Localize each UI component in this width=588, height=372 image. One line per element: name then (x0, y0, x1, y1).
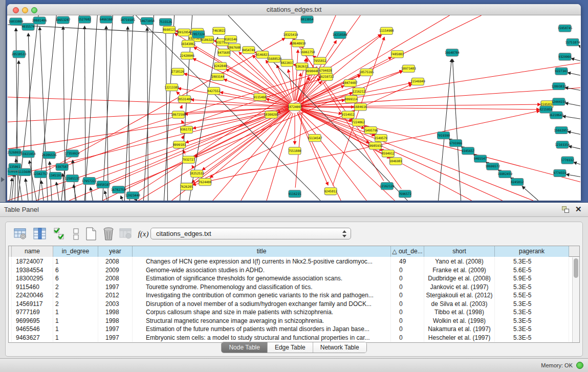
tab-network-table[interactable]: Network Table (313, 342, 366, 353)
network-node[interactable]: 9329966 (558, 53, 572, 60)
cell-title[interactable]: Changes of HCN gene expression and I(f) … (133, 257, 391, 266)
cell-in_degree[interactable]: 1 (53, 325, 98, 334)
network-node[interactable]: 12213383 (164, 83, 179, 91)
vertical-scrollbar[interactable] (572, 257, 579, 342)
network-node[interactable]: 9774559 (553, 169, 567, 177)
column-header-name[interactable]: name (12, 246, 53, 257)
network-node[interactable]: 10653287 (56, 16, 71, 24)
network-node[interactable]: 20691406 (32, 17, 47, 24)
network-node[interactable]: 12103354 (555, 141, 570, 148)
network-node[interactable]: 16782759 (111, 186, 126, 193)
table-row[interactable]: 946554611997Estimation of the future num… (9, 325, 572, 334)
network-node[interactable]: 10719185 (120, 16, 135, 24)
network-node[interactable]: 15692951 (554, 126, 569, 134)
network-node[interactable]: 10474487 (343, 79, 358, 86)
network-node[interactable]: 12444154 (552, 98, 567, 105)
cell-short[interactable]: Dudbridge et al. (2008) (424, 274, 495, 283)
column-header-pagerank[interactable]: pagerank (495, 246, 569, 257)
cell-pagerank[interactable]: 5.9E-5 (495, 274, 569, 283)
network-node[interactable]: 1216212 (353, 88, 366, 95)
select-all-icon[interactable] (52, 226, 67, 242)
cell-in_degree[interactable]: 2 (53, 300, 98, 309)
network-node[interactable]: 11546949 (410, 78, 425, 85)
cell-name[interactable]: 9463627 (12, 334, 53, 342)
network-node[interactable]: 14671958 (140, 17, 155, 25)
table-row[interactable]: 946362711997Embryonic stem cells: a mode… (9, 334, 572, 342)
table-row[interactable]: 1830029562008Estimation of significance … (9, 274, 572, 283)
table-row[interactable]: 1938455462009Genome-wide association stu… (9, 266, 572, 275)
network-node[interactable]: 9361727 (180, 126, 193, 133)
cell-title[interactable]: Structural magnetic resonance image aver… (133, 317, 391, 325)
network-node[interactable]: 20206536 (42, 151, 57, 159)
network-node[interactable]: 20510533 (12, 51, 27, 58)
network-node[interactable]: 9115460 (253, 94, 267, 101)
cell-pagerank[interactable]: 5.3E-5 (495, 257, 569, 266)
show-column-icon[interactable] (32, 226, 48, 242)
cell-year[interactable]: 1998 (98, 317, 133, 325)
network-node[interactable]: 20531404 (177, 96, 192, 103)
network-node[interactable]: 12923448 (125, 192, 140, 199)
network-node[interactable]: 18672590 (171, 111, 186, 118)
network-node[interactable]: 15688520 (267, 55, 282, 62)
cell-year[interactable]: 2008 (98, 274, 133, 283)
network-node[interactable]: 16961758 (300, 49, 315, 56)
collapse-arrow-icon[interactable] (1, 177, 5, 182)
cell-title[interactable]: Investigating the contribution of common… (133, 291, 391, 300)
cell-pagerank[interactable]: 5.3E-5 (495, 283, 569, 292)
cell-in_degree[interactable]: 1 (53, 317, 98, 325)
cell-title[interactable]: Tourette syndrome. Phenomenology and cla… (133, 283, 391, 292)
column-header-in_degree[interactable]: in_degree (53, 246, 98, 257)
table-settings-icon[interactable] (13, 226, 28, 242)
network-node[interactable]: 9345657 (462, 147, 475, 155)
network-node[interactable]: 9242848 (214, 62, 227, 70)
network-node[interactable]: 18724007 (288, 103, 302, 111)
cell-year[interactable]: 2008 (98, 257, 133, 266)
cell-title[interactable]: Disruption of a novel member of a sodium… (133, 300, 391, 309)
network-node[interactable]: 8822037 (280, 59, 294, 67)
cell-year[interactable]: 1997 (98, 325, 133, 334)
column-header-out_de[interactable]: △ out_de... (391, 246, 424, 257)
cell-name[interactable]: 19384554 (12, 266, 53, 275)
network-node[interactable]: 1770332 (561, 157, 574, 164)
unselect-all-icon[interactable] (69, 226, 84, 242)
cell-out_de[interactable]: 0 (391, 266, 424, 275)
network-node[interactable]: 7485083 (391, 51, 404, 58)
close-icon[interactable]: ✕ (575, 205, 582, 214)
network-node[interactable]: 12505135 (65, 174, 80, 182)
cell-pagerank[interactable]: 5.6E-5 (495, 266, 569, 275)
cell-year[interactable]: 2003 (98, 300, 133, 309)
network-node[interactable]: 7857224 (192, 31, 205, 38)
network-node[interactable]: 1549579 (375, 135, 388, 142)
network-node[interactable]: 8660123 (163, 26, 176, 33)
cell-name[interactable]: 9465546 (12, 325, 53, 334)
table-row[interactable]: 969969511998Structural magnetic resonanc… (9, 317, 572, 325)
float-window-icon[interactable] (562, 206, 570, 213)
cell-year[interactable]: 2009 (98, 266, 133, 275)
network-node[interactable]: 7515526 (159, 18, 172, 26)
cell-year[interactable]: 2012 (98, 291, 133, 300)
network-node[interactable]: 25260650 (8, 149, 23, 156)
cell-year[interactable]: 1997 (98, 334, 133, 342)
network-node[interactable]: 8475685 (217, 49, 231, 56)
cell-pagerank[interactable]: 5.3E-5 (495, 334, 569, 342)
network-node[interactable]: 8594912 (382, 150, 395, 157)
network-node[interactable]: 1046981 (389, 158, 403, 165)
cell-short[interactable]: Nakamura et al. (1997) (424, 325, 495, 334)
network-node[interactable]: 7932727 (182, 156, 195, 163)
cell-short[interactable]: Franke et al. (2009) (424, 266, 495, 275)
function-builder-icon[interactable]: f(x) (136, 226, 151, 242)
cell-out_de[interactable]: 0 (391, 308, 424, 317)
network-node[interactable]: 8427552 (207, 87, 221, 95)
cell-name[interactable]: 14569117 (12, 300, 53, 309)
network-node[interactable]: 15958745 (558, 25, 573, 32)
close-button[interactable] (13, 7, 19, 13)
network-node[interactable]: 19218586 (333, 31, 347, 38)
network-node[interactable]: 11154908 (379, 27, 394, 34)
citation-network-graph[interactable]: 1872400786601238912954182260589327503165… (8, 15, 580, 201)
cell-year[interactable]: 1997 (98, 283, 133, 292)
network-node[interactable]: 18300295 (264, 111, 278, 118)
cell-short[interactable]: Yano et al. (2008) (424, 257, 495, 266)
network-node[interactable]: 18575165 (359, 69, 374, 76)
cell-title[interactable]: Estimation of the future numbers of pati… (133, 325, 391, 334)
network-node[interactable]: 8099183 (173, 141, 186, 148)
